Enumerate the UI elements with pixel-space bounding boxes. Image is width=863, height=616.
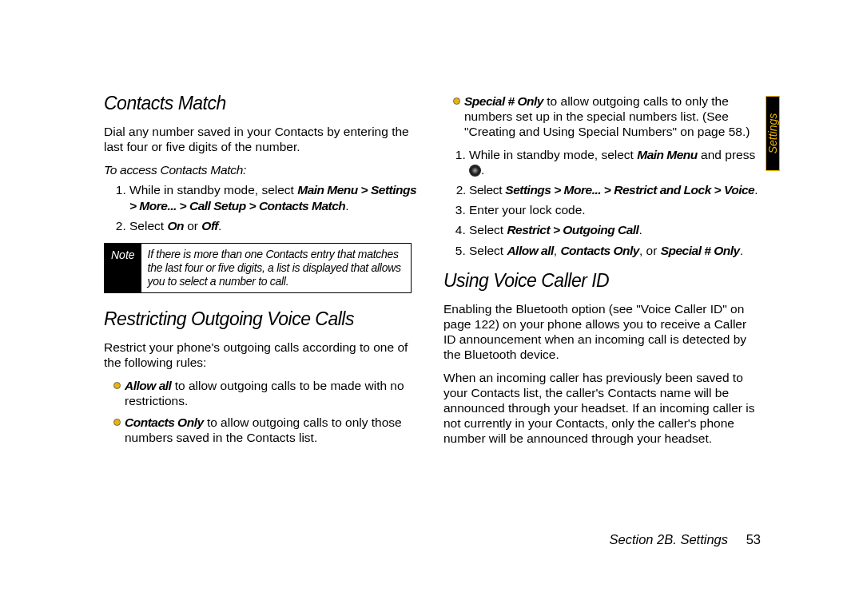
- list-item: Select Allow all, Contacts Only, or Spec…: [469, 243, 759, 258]
- left-column: Contacts Match Dial any number saved in …: [104, 92, 420, 454]
- menu-path: Restrict > Outgoing Call: [507, 223, 638, 236]
- heading-restricting: Restricting Outgoing Voice Calls: [104, 308, 420, 330]
- steps-list: While in standby mode, select Main Menu …: [104, 182, 420, 232]
- side-tab-label: Settings: [766, 113, 779, 154]
- right-column: Special # Only to allow outgoing calls t…: [443, 92, 759, 454]
- text: Select: [469, 244, 507, 257]
- note-body: If there is more than one Contacts entry…: [141, 244, 411, 292]
- list-item: Allow all to allow outgoing calls to be …: [115, 378, 420, 408]
- steps-list: While in standby mode, select Main Menu …: [443, 147, 759, 257]
- text: .: [740, 244, 743, 257]
- list-item: Select On or Off.: [129, 218, 420, 233]
- option: Contacts Only: [125, 415, 204, 429]
- paragraph: When an incoming caller has previously b…: [443, 370, 759, 446]
- option: On: [167, 219, 184, 232]
- text: .: [638, 223, 642, 236]
- list-item: Select Restrict > Outgoing Call.: [469, 222, 759, 237]
- menu-path: Main Menu: [637, 148, 698, 161]
- list-item: Special # Only to allow outgoing calls t…: [455, 93, 759, 139]
- text: .: [754, 183, 758, 197]
- paragraph: Restrict your phone's outgoing calls acc…: [104, 340, 420, 370]
- page-footer: Section 2B. Settings 53: [609, 532, 761, 547]
- list-item: Select Settings > More... > Restrict and…: [469, 182, 759, 197]
- side-tab: Settings: [766, 96, 780, 171]
- option: Special # Only: [464, 94, 543, 108]
- list-item: Contacts Only to allow outgoing calls to…: [115, 415, 420, 445]
- note-label: Note: [105, 244, 141, 292]
- option: Allow all: [507, 244, 553, 257]
- text: While in standby mode, select: [469, 148, 637, 161]
- text: .: [345, 199, 348, 213]
- note-box: Note If there is more than one Contacts …: [104, 243, 412, 293]
- paragraph: Dial any number saved in your Contacts b…: [104, 124, 420, 154]
- list-item: While in standby mode, select Main Menu …: [129, 182, 420, 213]
- list-item: While in standby mode, select Main Menu …: [469, 147, 759, 177]
- bullet-list: Allow all to allow outgoing calls to be …: [104, 378, 420, 445]
- menu-path: Settings > More... > Restrict and Lock >…: [505, 183, 754, 197]
- text: or: [184, 219, 201, 232]
- ok-button-icon: [469, 165, 481, 177]
- text: Select: [129, 219, 167, 232]
- footer-section: Section 2B. Settings: [609, 532, 728, 546]
- option: Allow all: [125, 379, 171, 392]
- text: Select: [469, 223, 507, 236]
- heading-voice-caller-id: Using Voice Caller ID: [443, 269, 759, 292]
- text: , or: [639, 244, 661, 257]
- text: .: [218, 219, 221, 232]
- text: and press: [698, 148, 755, 161]
- option: Special # Only: [661, 244, 740, 257]
- text: .: [481, 163, 484, 177]
- instruction-label: To access Contacts Match:: [104, 162, 420, 177]
- paragraph: Enabling the Bluetooth option (see "Voic…: [443, 301, 759, 362]
- text: Select: [469, 183, 505, 197]
- option: Off: [201, 219, 218, 232]
- list-item: Enter your lock code.: [469, 202, 759, 217]
- heading-contacts-match: Contacts Match: [104, 92, 420, 114]
- page-number: 53: [746, 532, 761, 546]
- page-body: Contacts Match Dial any number saved in …: [104, 92, 759, 454]
- bullet-list: Special # Only to allow outgoing calls t…: [443, 93, 759, 139]
- text: While in standby mode, select: [129, 183, 297, 197]
- option: Contacts Only: [560, 244, 639, 257]
